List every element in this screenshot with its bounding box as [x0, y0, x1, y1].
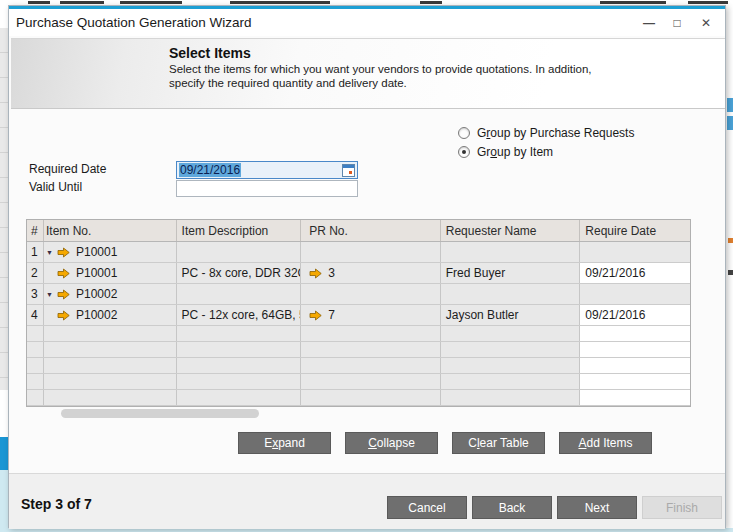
empty-cell[interactable]	[301, 374, 441, 389]
empty-cell[interactable]	[44, 390, 177, 405]
item-description-cell[interactable]: PC - 12x core, 64GB, 5 x	[177, 305, 302, 325]
link-arrow-icon[interactable]	[309, 268, 322, 279]
empty-cell[interactable]	[44, 374, 177, 389]
require-date-cell[interactable]: 09/21/2016	[580, 263, 690, 283]
table-row-empty	[27, 342, 690, 358]
collapse-triangle-icon[interactable]: ▼	[46, 291, 57, 298]
empty-cell[interactable]	[27, 358, 44, 373]
require-date-cell[interactable]: 09/21/2016	[580, 305, 690, 325]
requester-name-cell[interactable]: Jayson Butler	[441, 305, 581, 325]
empty-cell[interactable]	[301, 342, 441, 357]
radio-circle	[458, 127, 470, 139]
table-row: 4P10002PC - 12x core, 64GB, 5 x7Jayson B…	[27, 305, 690, 326]
background-right-fragment	[727, 98, 733, 112]
item-no-cell[interactable]: P10001	[44, 263, 177, 283]
wizard-footer: Step 3 of 7 Cancel Back Next Finish	[9, 473, 725, 529]
radio-group-by-item[interactable]: Group by Item	[458, 145, 553, 159]
maximize-icon[interactable]: □	[670, 16, 684, 30]
empty-cell[interactable]	[580, 390, 690, 405]
required-date-label: Required Date	[29, 162, 106, 176]
table-row-empty	[27, 326, 690, 342]
empty-cell[interactable]	[27, 390, 44, 405]
empty-cell[interactable]	[177, 358, 302, 373]
background-left-blue-patch	[0, 437, 8, 470]
empty-cell[interactable]	[177, 374, 302, 389]
link-arrow-icon[interactable]	[309, 310, 322, 321]
empty-cell[interactable]	[580, 342, 690, 357]
link-arrow-icon[interactable]	[57, 268, 70, 279]
wizard-dialog: Purchase Quotation Generation Wizard — □…	[8, 5, 726, 528]
clear-table-button[interactable]: Clear Table	[452, 432, 545, 454]
empty-cell[interactable]	[27, 374, 44, 389]
column-header-: #	[27, 220, 44, 241]
empty-cell[interactable]	[44, 326, 177, 341]
row-number-cell[interactable]: 4	[27, 305, 44, 325]
collapse-button[interactable]: Collapse	[345, 432, 438, 454]
link-arrow-icon[interactable]	[57, 310, 70, 321]
empty-cell[interactable]	[580, 326, 690, 341]
pr-no-cell[interactable]: 3	[301, 263, 441, 283]
background-right-fragment	[728, 238, 733, 243]
empty-cell[interactable]	[301, 390, 441, 405]
empty-cell[interactable]	[301, 358, 441, 373]
empty-cell[interactable]	[441, 390, 581, 405]
next-button[interactable]: Next	[557, 496, 637, 519]
require-date-cell[interactable]	[580, 284, 690, 304]
link-arrow-icon[interactable]	[57, 289, 70, 300]
requester-name-cell[interactable]	[441, 242, 581, 262]
horizontal-scrollbar-thumb[interactable]	[61, 409, 259, 418]
requester-name-cell[interactable]: Fred Buyer	[441, 263, 581, 283]
page-title: Select Items	[169, 45, 251, 61]
calendar-icon[interactable]	[342, 164, 355, 177]
item-no-cell[interactable]: P10002	[44, 305, 177, 325]
link-arrow-icon[interactable]	[57, 247, 70, 258]
item-description-cell[interactable]	[177, 242, 302, 262]
cancel-button[interactable]: Cancel	[387, 496, 467, 519]
background-text-fragment	[60, 1, 104, 4]
button-label: Clear Table	[468, 436, 529, 450]
empty-cell[interactable]	[44, 342, 177, 357]
minimize-icon[interactable]: —	[641, 16, 655, 30]
expand-button[interactable]: Expand	[238, 432, 331, 454]
empty-cell[interactable]	[27, 342, 44, 357]
empty-cell[interactable]	[177, 342, 302, 357]
empty-cell[interactable]	[441, 358, 581, 373]
required-date-input[interactable]: 09/21/2016	[176, 161, 358, 179]
item-no-cell[interactable]: ▼P10001	[44, 242, 177, 262]
radio-label: Group by Purchase Requests	[477, 126, 634, 140]
empty-cell[interactable]	[580, 374, 690, 389]
empty-cell[interactable]	[27, 326, 44, 341]
require-date-cell[interactable]	[580, 242, 690, 262]
finish-button[interactable]: Finish	[642, 496, 722, 519]
back-button[interactable]: Back	[472, 496, 552, 519]
empty-cell[interactable]	[177, 390, 302, 405]
valid-until-input[interactable]	[176, 180, 358, 197]
button-label: Expand	[264, 436, 305, 450]
item-description-cell[interactable]	[177, 284, 302, 304]
empty-cell[interactable]	[580, 358, 690, 373]
row-number-cell[interactable]: 3	[27, 284, 44, 304]
item-description-cell[interactable]: PC - 8x core, DDR 32GB, 1	[177, 263, 302, 283]
item-no-cell[interactable]: ▼P10002	[44, 284, 177, 304]
empty-cell[interactable]	[301, 326, 441, 341]
row-number-cell[interactable]: 1	[27, 242, 44, 262]
empty-cell[interactable]	[44, 358, 177, 373]
empty-cell[interactable]	[177, 326, 302, 341]
empty-cell[interactable]	[441, 342, 581, 357]
radio-group-by-purchase-requests[interactable]: Group by Purchase Requests	[458, 126, 634, 140]
row-number-cell[interactable]: 2	[27, 263, 44, 283]
close-icon[interactable]: ✕	[699, 16, 713, 30]
collapse-triangle-icon[interactable]: ▼	[46, 249, 57, 256]
pr-no-cell[interactable]	[301, 242, 441, 262]
item-no-text: P10001	[76, 266, 117, 280]
pr-no-cell[interactable]: 7	[301, 305, 441, 325]
title-bar[interactable]: Purchase Quotation Generation Wizard — □…	[9, 9, 725, 36]
navigation-buttons: Cancel Back Next Finish	[387, 496, 722, 519]
pr-no-cell[interactable]	[301, 284, 441, 304]
empty-cell[interactable]	[441, 326, 581, 341]
items-table: #Item No.Item DescriptionPR No.Requester…	[26, 219, 691, 407]
add-items-button[interactable]: Add Items	[559, 432, 652, 454]
wizard-step-banner: Select Items Select the items for which …	[11, 38, 725, 109]
empty-cell[interactable]	[441, 374, 581, 389]
requester-name-cell[interactable]	[441, 284, 581, 304]
